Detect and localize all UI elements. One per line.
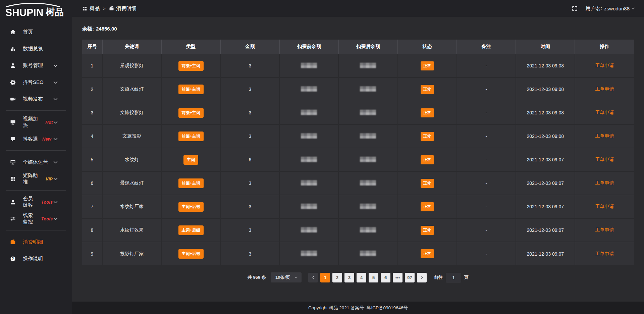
- sidebar-item-label: 消费明细: [23, 239, 43, 245]
- sidebar-item-video-heat[interactable]: 视频加热Hot: [0, 114, 72, 130]
- cell-type: 前缀+主词: [161, 171, 220, 195]
- username-value: zswodun88: [604, 6, 630, 11]
- cell-keyword: 景观投影灯: [102, 54, 161, 77]
- cell-status: 正常: [398, 101, 457, 124]
- user-menu[interactable]: 用户名: zswodun88: [586, 5, 635, 12]
- sidebar-item-operation-guide[interactable]: ?操作说明: [0, 250, 72, 267]
- page-button-3[interactable]: 3: [344, 273, 354, 282]
- more-pages-button[interactable]: •••: [393, 273, 402, 282]
- sidebar-item-douketong[interactable]: 抖客通New: [0, 130, 72, 147]
- work-order-link[interactable]: 工单申请: [595, 63, 614, 68]
- cell-balance-before: [279, 195, 338, 218]
- masked-balance: [360, 63, 376, 68]
- page-button-5[interactable]: 5: [369, 273, 378, 282]
- cell-remark: -: [457, 242, 516, 265]
- gear-icon: [10, 80, 16, 85]
- work-order-link[interactable]: 工单申请: [595, 157, 614, 162]
- table-row: 5水纹灯主词6正常-2021-12-03 09:07工单申请: [82, 148, 634, 171]
- sidebar-divider: [6, 190, 66, 191]
- page-buttons: 123456•••97: [308, 273, 427, 282]
- cell-time: 2021-12-03 09:07: [516, 242, 575, 265]
- next-page-button[interactable]: [417, 273, 427, 282]
- cell-status: 正常: [398, 218, 457, 242]
- sidebar-item-member-baoke[interactable]: 会员爆客Tools: [0, 194, 72, 210]
- cell-amount: 6: [220, 148, 279, 171]
- cell-balance-after: [338, 195, 397, 218]
- type-badge: 前缀+主词: [178, 132, 204, 141]
- cell-keyword: 文旅投影: [102, 124, 161, 148]
- column-header: 操作: [575, 40, 634, 54]
- work-order-link[interactable]: 工单申请: [595, 110, 614, 115]
- cell-balance-before: [279, 148, 338, 171]
- fullscreen-icon[interactable]: [572, 6, 578, 11]
- sidebar-item-video-publish[interactable]: 视频发布: [0, 91, 72, 107]
- prev-page-button[interactable]: [308, 273, 318, 282]
- cell-status: 正常: [398, 148, 457, 171]
- breadcrumb-separator: >: [103, 6, 106, 11]
- logo-text-cn: 树品: [46, 6, 64, 18]
- page-button-2[interactable]: 2: [332, 273, 342, 282]
- sidebar-item-clue-monitor[interactable]: 线索监控Tools: [0, 210, 72, 227]
- footer: Copyright 树品 2021 备案号: 粤ICP备09019646号: [72, 302, 644, 314]
- sidebar-item-account-management[interactable]: 账号管理: [0, 57, 72, 74]
- masked-balance: [301, 63, 317, 68]
- user-icon: [10, 63, 16, 68]
- work-order-link[interactable]: 工单申请: [595, 251, 614, 256]
- sidebar-item-data-overview[interactable]: 数据总览: [0, 40, 72, 57]
- masked-balance: [360, 180, 376, 186]
- goto-page-input[interactable]: [446, 273, 461, 282]
- cell-remark: -: [457, 124, 516, 148]
- status-badge: 正常: [421, 132, 434, 141]
- cell-type: 前缀+主词: [161, 54, 220, 77]
- chevron-down-icon: [53, 216, 58, 222]
- sidebar-divider: [6, 230, 66, 230]
- table-row: 1景观投影灯前缀+主词3正常-2021-12-03 09:08工单申请: [82, 54, 634, 77]
- breadcrumb-item-consume-detail[interactable]: 消费明细: [109, 5, 137, 12]
- page-button-1[interactable]: 1: [320, 273, 330, 282]
- app-logo[interactable]: SHUPIN 树品: [0, 0, 72, 21]
- breadcrumb: 树品>消费明细: [82, 5, 137, 12]
- svg-text:?: ?: [12, 257, 14, 261]
- page-button-6[interactable]: 6: [381, 273, 390, 282]
- question-circle-icon: ?: [10, 256, 16, 262]
- column-header: 状态: [398, 40, 457, 54]
- cell-index: 7: [82, 195, 102, 218]
- cell-keyword: 水纹灯效果: [102, 218, 161, 242]
- main-area: 树品>消费明细 用户名: zswodun88 余额:24856.00 序号关键词…: [72, 0, 644, 314]
- pagination: 共 969 条 10条/页 123456•••97 前往 页: [82, 272, 634, 282]
- sidebar-item-label: 首页: [23, 29, 33, 35]
- cell-action: 工单申请: [575, 171, 634, 195]
- work-order-link[interactable]: 工单申请: [595, 227, 614, 232]
- sidebar-item-matrix-boost[interactable]: 矩阵助推VIP: [0, 170, 72, 187]
- goto-suffix: 页: [464, 274, 469, 280]
- cell-remark: -: [457, 171, 516, 195]
- cell-action: 工单申请: [575, 54, 634, 77]
- cell-balance-before: [279, 171, 338, 195]
- work-order-link[interactable]: 工单申请: [595, 204, 614, 209]
- breadcrumb-item-shupin-home[interactable]: 树品: [82, 5, 100, 12]
- cell-index: 1: [82, 54, 102, 77]
- sidebar-item-all-media-operation[interactable]: 全媒体运营: [0, 154, 72, 170]
- sidebar-item-label: 抖音SEO: [23, 79, 44, 86]
- masked-balance: [301, 251, 317, 256]
- cell-balance-before: [279, 218, 338, 242]
- sidebar-item-home[interactable]: 首页: [0, 23, 72, 40]
- cell-remark: -: [457, 218, 516, 242]
- sidebar-item-consume-detail[interactable]: 消费明细: [0, 233, 72, 250]
- work-order-link[interactable]: 工单申请: [595, 180, 614, 186]
- cell-amount: 3: [220, 218, 279, 242]
- page-size-select[interactable]: 10条/页: [271, 272, 302, 282]
- cell-action: 工单申请: [575, 195, 634, 218]
- page-button-4[interactable]: 4: [357, 273, 366, 282]
- table-row: 9投影灯厂家主词+后缀3正常-2021-12-03 09:07工单申请: [82, 242, 634, 265]
- chevron-down-icon: [53, 80, 58, 85]
- cell-time: 2021-12-03 09:08: [516, 77, 575, 101]
- column-header: 金额: [220, 40, 279, 54]
- sidebar-item-label: 视频发布: [23, 96, 43, 102]
- cell-status: 正常: [398, 171, 457, 195]
- sidebar-item-douyin-seo[interactable]: 抖音SEO: [0, 74, 72, 91]
- work-order-link[interactable]: 工单申请: [595, 133, 614, 139]
- app-window: SHUPIN 树品 首页数据总览账号管理抖音SEO视频发布视频加热Hot抖客通N…: [0, 0, 644, 314]
- work-order-link[interactable]: 工单申请: [595, 86, 614, 92]
- page-button-97[interactable]: 97: [405, 273, 415, 282]
